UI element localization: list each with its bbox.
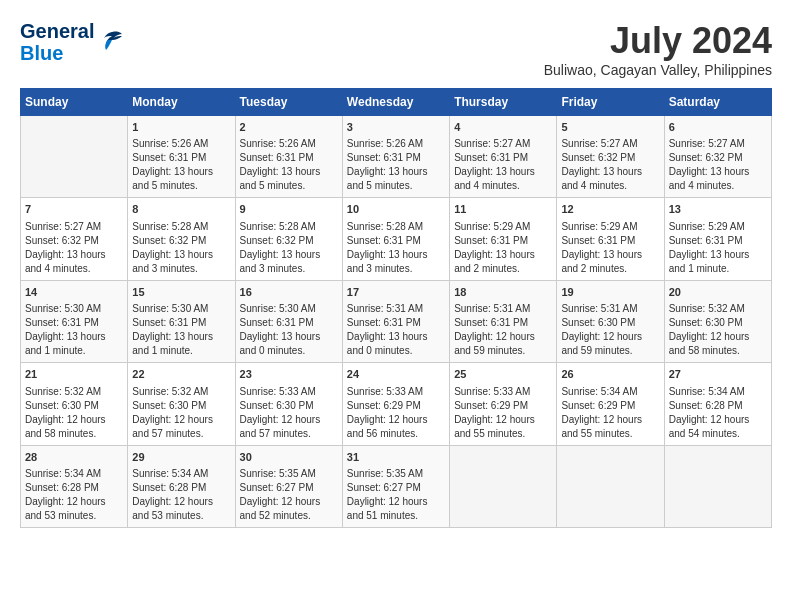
day-info: and 53 minutes. <box>132 509 230 523</box>
day-info: and 0 minutes. <box>240 344 338 358</box>
day-info: Daylight: 12 hours <box>240 495 338 509</box>
day-info: and 4 minutes. <box>561 179 659 193</box>
day-number: 23 <box>240 367 338 382</box>
day-number: 24 <box>347 367 445 382</box>
weekday-header-sunday: Sunday <box>21 89 128 116</box>
page-header: General Blue July 2024 Buliwao, Cagayan … <box>20 20 772 78</box>
day-info: and 51 minutes. <box>347 509 445 523</box>
day-info: and 56 minutes. <box>347 427 445 441</box>
day-info: Daylight: 13 hours <box>561 248 659 262</box>
day-info: Daylight: 12 hours <box>347 413 445 427</box>
day-info: Sunset: 6:29 PM <box>347 399 445 413</box>
calendar-cell: 15Sunrise: 5:30 AMSunset: 6:31 PMDayligh… <box>128 280 235 362</box>
day-info: Sunrise: 5:27 AM <box>669 137 767 151</box>
calendar-table: SundayMondayTuesdayWednesdayThursdayFrid… <box>20 88 772 528</box>
day-info: Daylight: 12 hours <box>132 495 230 509</box>
day-info: Sunrise: 5:29 AM <box>561 220 659 234</box>
day-number: 3 <box>347 120 445 135</box>
calendar-cell: 24Sunrise: 5:33 AMSunset: 6:29 PMDayligh… <box>342 363 449 445</box>
day-info: Sunset: 6:31 PM <box>347 316 445 330</box>
weekday-header-row: SundayMondayTuesdayWednesdayThursdayFrid… <box>21 89 772 116</box>
calendar-cell: 23Sunrise: 5:33 AMSunset: 6:30 PMDayligh… <box>235 363 342 445</box>
day-info: Sunset: 6:32 PM <box>240 234 338 248</box>
day-number: 7 <box>25 202 123 217</box>
day-info: and 54 minutes. <box>669 427 767 441</box>
day-number: 8 <box>132 202 230 217</box>
day-number: 12 <box>561 202 659 217</box>
day-info: Sunset: 6:27 PM <box>347 481 445 495</box>
day-number: 13 <box>669 202 767 217</box>
location: Buliwao, Cagayan Valley, Philippines <box>544 62 772 78</box>
calendar-cell: 25Sunrise: 5:33 AMSunset: 6:29 PMDayligh… <box>450 363 557 445</box>
day-info: Daylight: 12 hours <box>454 413 552 427</box>
day-info: Daylight: 13 hours <box>240 165 338 179</box>
day-info: Sunset: 6:28 PM <box>25 481 123 495</box>
day-info: Daylight: 13 hours <box>132 248 230 262</box>
day-info: Sunset: 6:30 PM <box>25 399 123 413</box>
day-number: 18 <box>454 285 552 300</box>
calendar-cell: 3Sunrise: 5:26 AMSunset: 6:31 PMDaylight… <box>342 116 449 198</box>
day-info: Sunrise: 5:34 AM <box>561 385 659 399</box>
day-info: Sunrise: 5:33 AM <box>454 385 552 399</box>
day-info: Sunrise: 5:27 AM <box>454 137 552 151</box>
logo: General Blue <box>20 20 126 64</box>
day-info: and 57 minutes. <box>240 427 338 441</box>
weekday-header-friday: Friday <box>557 89 664 116</box>
calendar-cell: 22Sunrise: 5:32 AMSunset: 6:30 PMDayligh… <box>128 363 235 445</box>
day-info: Daylight: 13 hours <box>25 248 123 262</box>
day-info: and 2 minutes. <box>454 262 552 276</box>
day-info: Daylight: 13 hours <box>132 330 230 344</box>
calendar-cell: 6Sunrise: 5:27 AMSunset: 6:32 PMDaylight… <box>664 116 771 198</box>
calendar-cell: 4Sunrise: 5:27 AMSunset: 6:31 PMDaylight… <box>450 116 557 198</box>
day-info: Daylight: 13 hours <box>347 165 445 179</box>
month-title: July 2024 <box>544 20 772 62</box>
day-info: Sunset: 6:31 PM <box>347 234 445 248</box>
day-info: Daylight: 13 hours <box>347 330 445 344</box>
day-info: Sunrise: 5:32 AM <box>132 385 230 399</box>
day-number: 14 <box>25 285 123 300</box>
calendar-week-2: 7Sunrise: 5:27 AMSunset: 6:32 PMDaylight… <box>21 198 772 280</box>
day-number: 19 <box>561 285 659 300</box>
day-info: and 1 minute. <box>669 262 767 276</box>
calendar-cell <box>664 445 771 527</box>
day-number: 6 <box>669 120 767 135</box>
day-info: Sunset: 6:27 PM <box>240 481 338 495</box>
day-info: Sunset: 6:31 PM <box>454 316 552 330</box>
day-info: Sunrise: 5:27 AM <box>561 137 659 151</box>
weekday-header-tuesday: Tuesday <box>235 89 342 116</box>
day-info: Sunrise: 5:26 AM <box>240 137 338 151</box>
day-info: Sunrise: 5:30 AM <box>240 302 338 316</box>
day-info: Daylight: 13 hours <box>454 165 552 179</box>
day-info: Sunset: 6:31 PM <box>454 234 552 248</box>
day-info: Sunset: 6:32 PM <box>25 234 123 248</box>
day-number: 26 <box>561 367 659 382</box>
calendar-cell: 31Sunrise: 5:35 AMSunset: 6:27 PMDayligh… <box>342 445 449 527</box>
day-number: 27 <box>669 367 767 382</box>
day-number: 25 <box>454 367 552 382</box>
day-number: 10 <box>347 202 445 217</box>
day-info: Sunset: 6:31 PM <box>132 316 230 330</box>
day-info: Daylight: 12 hours <box>347 495 445 509</box>
calendar-cell: 10Sunrise: 5:28 AMSunset: 6:31 PMDayligh… <box>342 198 449 280</box>
calendar-cell: 27Sunrise: 5:34 AMSunset: 6:28 PMDayligh… <box>664 363 771 445</box>
day-info: Daylight: 13 hours <box>25 330 123 344</box>
day-info: Sunrise: 5:26 AM <box>347 137 445 151</box>
calendar-cell: 12Sunrise: 5:29 AMSunset: 6:31 PMDayligh… <box>557 198 664 280</box>
day-info: and 5 minutes. <box>347 179 445 193</box>
day-info: Daylight: 12 hours <box>454 330 552 344</box>
calendar-cell: 29Sunrise: 5:34 AMSunset: 6:28 PMDayligh… <box>128 445 235 527</box>
day-number: 29 <box>132 450 230 465</box>
day-info: and 4 minutes. <box>454 179 552 193</box>
day-info: Sunrise: 5:27 AM <box>25 220 123 234</box>
day-info: Daylight: 12 hours <box>561 330 659 344</box>
calendar-cell <box>450 445 557 527</box>
day-info: Sunrise: 5:35 AM <box>347 467 445 481</box>
day-number: 17 <box>347 285 445 300</box>
day-info: Daylight: 12 hours <box>240 413 338 427</box>
calendar-cell: 13Sunrise: 5:29 AMSunset: 6:31 PMDayligh… <box>664 198 771 280</box>
day-info: and 2 minutes. <box>561 262 659 276</box>
calendar-cell: 1Sunrise: 5:26 AMSunset: 6:31 PMDaylight… <box>128 116 235 198</box>
logo-line1: General <box>20 20 94 42</box>
day-info: Daylight: 13 hours <box>132 165 230 179</box>
calendar-cell: 17Sunrise: 5:31 AMSunset: 6:31 PMDayligh… <box>342 280 449 362</box>
